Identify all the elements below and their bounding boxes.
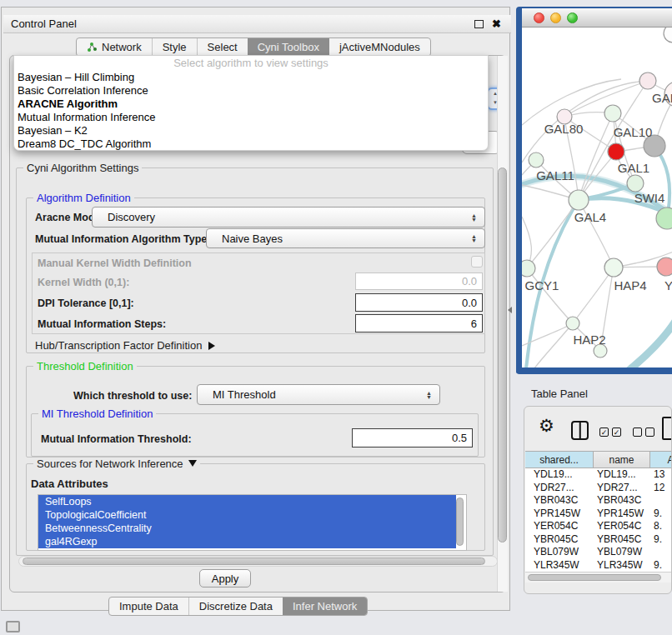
tab-label: jActiveMNodules (339, 41, 420, 53)
table-cell: YDR27... (525, 482, 594, 495)
bottom-tabbar: Impute DataDiscretize DataInfer Network (108, 597, 368, 616)
tab-select[interactable]: Select (197, 38, 248, 56)
table-document-icon[interactable] (662, 417, 672, 440)
dropdown-item[interactable]: Mutual Information Inference (14, 111, 488, 124)
mi-steps-value: 6 (471, 318, 477, 330)
list-scrollbar-thumb[interactable] (456, 498, 464, 546)
network-node-hap4[interactable] (604, 258, 623, 277)
panel-scrollbar-thumb[interactable] (498, 168, 507, 542)
table-cell (650, 546, 672, 559)
attribute-list-item[interactable]: BetweennessCentrality (38, 522, 456, 535)
table-row[interactable]: YBR045CYBR045C9. (525, 533, 672, 547)
mi-steps-field[interactable]: 6 (355, 314, 483, 332)
tab-discretize-data[interactable]: Discretize Data (188, 598, 283, 615)
table-row[interactable]: YDL19...YDL19...13 (525, 468, 672, 482)
tab-style[interactable]: Style (152, 38, 197, 56)
network-node-swi4[interactable] (627, 175, 644, 192)
column-header[interactable]: name (594, 451, 650, 468)
node-label: GAL1 (618, 161, 649, 175)
which-threshold-combobox[interactable]: MI Threshold ▲▼ (197, 384, 440, 405)
mi-threshold-field[interactable]: 0.5 (352, 428, 473, 448)
dropdown-item[interactable]: Bayesian – K2 (14, 124, 488, 138)
tab-impute-data[interactable]: Impute Data (109, 598, 188, 615)
network-canvas[interactable]: GALGAL80GAL10GAL1GAL11SWI4GAL4GCY1HAP4YH… (522, 28, 672, 368)
table-cell: YPR145W (594, 508, 650, 521)
attribute-list-item[interactable]: SelfLoops (38, 495, 456, 508)
data-attributes-list[interactable]: SelfLoopsTopologicalCoefficientBetweenne… (38, 494, 467, 551)
dropdown-item[interactable]: Dream8 DC_TDC Algorithm (14, 138, 488, 151)
mac-close-icon[interactable] (534, 12, 544, 23)
control-panel-window: Control Panel ✖ NetworkStyleSelectCyni T… (1, 7, 510, 611)
aracne-mode-combobox[interactable]: Discovery ▲▼ (92, 207, 485, 228)
manual-kernel-checkbox[interactable] (471, 256, 483, 268)
network-node-y[interactable] (657, 258, 672, 276)
sources-title-text: Sources for Network Inference (37, 458, 183, 470)
control-panel-titlebar: Control Panel ✖ (3, 15, 511, 33)
close-icon[interactable]: ✖ (492, 17, 501, 32)
table-row[interactable]: YBL079WYBL079W (525, 546, 672, 559)
network-node[interactable] (664, 28, 672, 42)
attribute-list-item[interactable]: TopologicalCoefficient (38, 508, 456, 522)
checked-checkbox-icon[interactable]: ✓ (599, 428, 609, 437)
dropdown-item[interactable]: ARACNE Algorithm (14, 98, 488, 111)
table-row[interactable]: YLR345WYLR345W9. (525, 559, 672, 572)
mac-zoom-icon[interactable] (567, 12, 578, 23)
kernel-width-field[interactable]: 0.0 (355, 272, 483, 290)
table-row[interactable]: YDR27...YDR27...12 (525, 482, 672, 495)
table-row[interactable]: YPR145WYPR145W9. (525, 508, 672, 521)
tab-cyni-toolbox[interactable]: Cyni Toolbox (248, 38, 329, 56)
node-label: GAL11 (536, 168, 574, 182)
network-node-gal4[interactable] (569, 190, 589, 210)
unchecked-checkbox-icon[interactable] (645, 428, 654, 437)
table-cell: YBL079W (594, 546, 650, 559)
unchecked-checkbox-icon[interactable] (633, 428, 642, 437)
network-node-gal[interactable] (639, 72, 656, 89)
dpi-tolerance-label: DPI Tolerance [0,1]: (38, 298, 134, 309)
node-label: GAL80 (544, 122, 584, 136)
network-node-hap2[interactable] (566, 317, 579, 330)
node-label: GAL (652, 91, 672, 105)
algorithm-dropdown-popup: Select algorithm to view settings Bayesi… (13, 55, 489, 151)
which-threshold-label: Which threshold to use: (73, 390, 192, 402)
mi-threshold-label: Mutual Information Threshold: (41, 433, 192, 445)
table-cell: YDR27... (594, 482, 650, 495)
tab-infer-network[interactable]: Infer Network (283, 598, 367, 615)
table-hscrollbar-track[interactable] (525, 572, 672, 582)
tab-network[interactable]: Network (77, 38, 152, 56)
splitter-collapse-icon[interactable] (508, 307, 512, 313)
sources-group-title[interactable]: Sources for Network Inference (33, 458, 200, 470)
table-cell: YBL079W (525, 546, 594, 559)
mi-algorithm-type-combobox[interactable]: Naive Bayes ▲▼ (206, 228, 485, 248)
apply-button[interactable]: Apply (199, 569, 251, 588)
horizontal-scrollbar-thumb[interactable] (23, 558, 485, 565)
network-node-gal10[interactable] (604, 105, 621, 122)
mi-steps-label: Mutual Information Steps: (38, 318, 166, 330)
dpi-tolerance-field[interactable]: 0.0 (355, 293, 483, 312)
table-hscrollbar-thumb[interactable] (528, 574, 661, 581)
table-cell: 13 (650, 468, 672, 482)
checked-checkbox-icon[interactable]: ✓ (612, 428, 621, 437)
attribute-list-item[interactable]: gal4RGexp (38, 535, 456, 548)
column-header[interactable]: shared... (525, 451, 594, 468)
table-cell: YER054C (525, 520, 594, 533)
tab-jactivemnodules[interactable]: jActiveMNodules (329, 38, 430, 56)
column-header[interactable]: A (650, 451, 672, 468)
gear-icon[interactable]: ⚙ (539, 417, 554, 434)
table-row[interactable]: YBR043CYBR043C (525, 494, 672, 508)
network-node-gal1[interactable] (608, 143, 624, 160)
node-label: GCY1 (525, 278, 559, 292)
hub-definition-expander[interactable]: Hub/Transcription Factor Definition (35, 339, 215, 352)
float-window-icon[interactable] (474, 20, 484, 28)
node-label: HAP2 (573, 332, 605, 347)
node-label: SWI4 (634, 191, 665, 205)
kernel-width-value: 0.0 (462, 275, 477, 288)
network-node-gal11[interactable] (529, 152, 544, 168)
table-cell: YDL19... (594, 468, 650, 482)
network-node-gcy1[interactable] (522, 260, 535, 277)
mac-minimize-icon[interactable] (550, 12, 561, 23)
minimized-panel-icon[interactable] (6, 621, 20, 632)
columns-icon[interactable] (571, 421, 589, 440)
table-row[interactable]: YER054CYER054C8. (525, 520, 672, 533)
dropdown-item[interactable]: Basic Correlation Inference (14, 84, 488, 98)
dropdown-item[interactable]: Bayesian – Hill Climbing (14, 71, 488, 84)
